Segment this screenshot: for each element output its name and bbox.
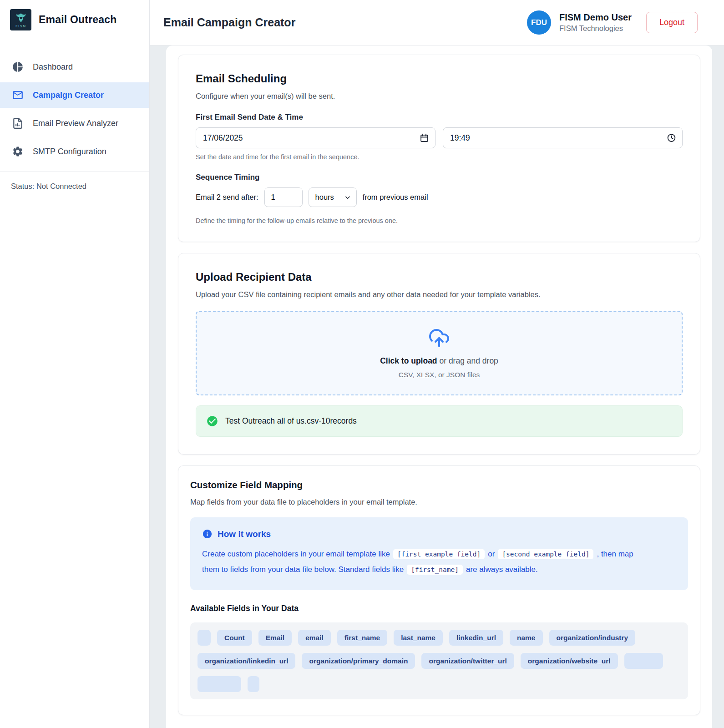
how-it-works-text-2: or: [488, 550, 495, 558]
field-chip[interactable]: Count: [217, 630, 252, 646]
email-scheduling-card: Email Scheduling Configure when your ema…: [178, 55, 700, 242]
available-fields-list: CountEmailemailfirst_namelast_namelinked…: [190, 622, 688, 699]
main-content: Email Scheduling Configure when your ema…: [150, 46, 724, 728]
upload-subtitle: Upload your CSV file containing recipien…: [196, 290, 683, 299]
avatar: FDU: [527, 10, 551, 35]
sequence-suffix-label: from previous email: [363, 193, 428, 202]
field-chip[interactable]: [624, 653, 663, 669]
scheduling-subtitle: Configure when your email(s) will be sen…: [196, 92, 683, 101]
svg-text:FISM: FISM: [15, 24, 26, 27]
scrollbar-track[interactable]: [712, 46, 724, 728]
field-chip[interactable]: organization/linkedin_url: [197, 653, 295, 669]
how-it-works-text-1: Create custom placeholders in your email…: [202, 550, 390, 558]
field-chip[interactable]: last_name: [394, 630, 443, 646]
placeholder-code-1: [first_example_field]: [393, 549, 485, 559]
clock-icon[interactable]: [667, 133, 676, 143]
field-chip[interactable]: organization/industry: [549, 630, 636, 646]
mapping-subtitle: Map fields from your data file to placeh…: [190, 498, 688, 506]
check-circle-icon: [206, 415, 218, 427]
how-it-works-text: Create custom placeholders in your email…: [202, 546, 639, 577]
content-panel: Email Scheduling Configure when your ema…: [166, 46, 712, 728]
sidebar-nav: Dashboard Campaign Creator Email Preview…: [0, 54, 149, 164]
field-mapping-card: Customize Field Mapping Map fields from …: [178, 465, 700, 715]
field-chip[interactable]: organization/primary_domain: [302, 653, 415, 669]
chevron-down-icon: [344, 194, 351, 201]
first-send-label: First Email Send Date & Time: [196, 113, 683, 122]
sidebar-item-campaign-creator[interactable]: Campaign Creator: [0, 82, 149, 108]
sidebar-item-label: Email Preview Analyzer: [33, 117, 118, 129]
dropzone-secondary-text: or drag and drop: [439, 356, 498, 365]
field-chip[interactable]: linkedin_url: [449, 630, 503, 646]
upload-recipient-card: Upload Recipient Data Upload your CSV fi…: [178, 253, 700, 455]
sequence-unit-value: hours: [315, 193, 334, 202]
envelope-icon: [12, 89, 24, 101]
fism-logo: FISM: [10, 9, 31, 30]
file-dropzone[interactable]: Click to upload or drag and drop CSV, XL…: [196, 311, 683, 395]
info-icon: [202, 529, 213, 539]
sequence-hours-input[interactable]: [264, 187, 303, 207]
send-date-input[interactable]: [196, 127, 435, 148]
field-chip[interactable]: Email: [258, 630, 292, 646]
dropzone-hint: CSV, XLSX, or JSON files: [399, 371, 480, 379]
smtp-status-text: Status: Not Connected: [0, 172, 149, 201]
page-title: Email Campaign Creator: [163, 16, 295, 29]
upload-success-banner: Test Outreach all of us.csv-10records: [196, 405, 683, 437]
date-field: [196, 127, 435, 148]
send-time-input[interactable]: [443, 127, 683, 148]
placeholder-code-3: [first_name]: [407, 565, 463, 575]
first-send-help: Set the date and time for the first emai…: [196, 153, 683, 161]
dropzone-primary-text: Click to upload: [380, 356, 437, 365]
gear-icon: [12, 146, 24, 157]
field-chip[interactable]: [248, 676, 259, 692]
cloud-upload-icon: [428, 327, 450, 349]
document-chart-icon: [12, 117, 24, 129]
user-info: FISM Demo User FISM Technologies: [559, 12, 632, 33]
how-it-works-title: How it works: [218, 529, 271, 539]
sidebar: FISM Email Outreach Dashboard Campaign C…: [0, 0, 150, 728]
field-chip[interactable]: organization/website_url: [521, 653, 618, 669]
sidebar-item-smtp-configuration[interactable]: SMTP Configuration: [0, 139, 149, 164]
how-it-works-box: How it works Create custom placeholders …: [190, 517, 688, 590]
app-title: Email Outreach: [39, 14, 117, 26]
field-chip[interactable]: [197, 676, 241, 692]
sidebar-item-label: Dashboard: [33, 61, 73, 73]
sequence-unit-select[interactable]: hours: [309, 187, 357, 207]
app-brand: FISM Email Outreach: [0, 0, 149, 39]
sequence-help: Define the timing for the follow-up emai…: [196, 217, 683, 224]
logout-button[interactable]: Logout: [646, 12, 698, 33]
field-chip[interactable]: first_name: [337, 630, 387, 646]
mapping-title: Customize Field Mapping: [190, 480, 688, 490]
sidebar-item-label: Campaign Creator: [33, 89, 104, 101]
sequence-timing-label: Sequence Timing: [196, 173, 683, 182]
field-chip[interactable]: name: [510, 630, 543, 646]
pie-chart-icon: [12, 61, 24, 73]
content-gutter-left: [150, 46, 166, 728]
sequence-prefix-label: Email 2 send after:: [196, 193, 258, 202]
scheduling-title: Email Scheduling: [196, 72, 683, 85]
available-fields-title: Available Fields in Your Data: [190, 604, 688, 613]
placeholder-code-2: [second_example_field]: [498, 549, 593, 559]
user-company: FISM Technologies: [559, 24, 632, 33]
sidebar-item-email-preview-analyzer[interactable]: Email Preview Analyzer: [0, 111, 149, 136]
how-it-works-text-4: are always available.: [466, 565, 538, 574]
uploaded-file-name: Test Outreach all of us.csv-10records: [225, 416, 357, 426]
upload-title: Upload Recipient Data: [196, 271, 683, 283]
field-chip[interactable]: [197, 630, 211, 646]
time-field: [443, 127, 683, 148]
sidebar-item-label: SMTP Configuration: [33, 146, 106, 157]
user-name: FISM Demo User: [559, 12, 632, 23]
calendar-icon[interactable]: [420, 133, 429, 143]
field-chip[interactable]: email: [298, 630, 331, 646]
fism-logo-icon: FISM: [12, 11, 30, 29]
field-chip[interactable]: organization/twitter_url: [421, 653, 514, 669]
page-header: Email Campaign Creator FDU FISM Demo Use…: [150, 0, 724, 46]
sidebar-item-dashboard[interactable]: Dashboard: [0, 54, 149, 80]
